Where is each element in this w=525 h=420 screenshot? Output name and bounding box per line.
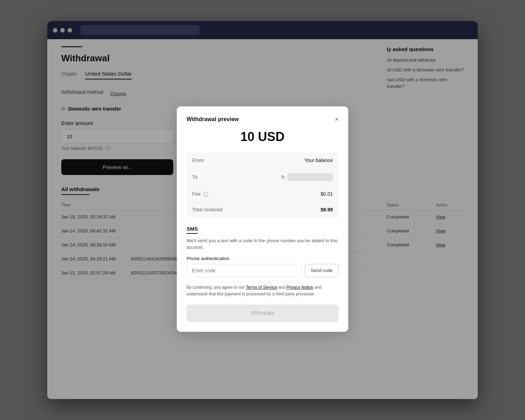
- detail-row-to: To ↻: [192, 168, 333, 186]
- detail-row-fee: Fee i $0.01: [192, 186, 333, 202]
- modal-overlay: Withdrawal preview × 10 USD From Your ba…: [47, 39, 478, 399]
- sms-section: SMS We'll send you a text with a code to…: [187, 226, 338, 277]
- modal-title: Withdrawal preview: [187, 116, 239, 122]
- terms-text: By continuing, you agree to our Terms of…: [187, 284, 338, 298]
- detail-row-total: Total received $9.99: [192, 202, 333, 217]
- modal-close-button[interactable]: ×: [335, 116, 338, 122]
- phone-auth-label: Phone authentication: [187, 256, 338, 261]
- traffic-light-yellow[interactable]: [60, 28, 65, 33]
- traffic-light-red[interactable]: [53, 28, 57, 33]
- code-input[interactable]: [187, 264, 302, 277]
- sms-underline: [187, 233, 198, 234]
- modal: Withdrawal preview × 10 USD From Your ba…: [177, 106, 348, 332]
- terms-of-service-link[interactable]: Terms of Service: [246, 285, 277, 290]
- fee-value: $0.01: [321, 191, 333, 197]
- modal-details: From Your balance To ↻ Fee: [187, 153, 338, 217]
- browser-titlebar: [47, 21, 478, 39]
- detail-row-from: From Your balance: [192, 153, 333, 168]
- sms-label: SMS: [187, 226, 338, 232]
- modal-header: Withdrawal preview ×: [187, 116, 338, 122]
- terms-before: By continuing, you agree to our: [187, 285, 246, 290]
- refresh-icon: ↻: [281, 174, 285, 180]
- traffic-light-green[interactable]: [68, 28, 72, 33]
- from-value: Your balance: [304, 158, 333, 163]
- total-value: $9.99: [321, 207, 333, 212]
- terms-middle: and: [277, 285, 287, 290]
- to-label: To: [192, 174, 197, 180]
- send-code-button[interactable]: Send code: [305, 264, 338, 277]
- fee-label: Fee i: [192, 191, 208, 197]
- code-input-row: Send code: [187, 264, 338, 277]
- fee-info-icon: i: [203, 192, 208, 197]
- total-label: Total received: [192, 207, 222, 212]
- url-bar[interactable]: [80, 25, 200, 35]
- to-row: ↻: [281, 173, 333, 181]
- from-label: From: [192, 158, 204, 163]
- withdraw-button[interactable]: Withdraw: [187, 304, 338, 322]
- to-input-placeholder: [287, 173, 333, 181]
- privacy-notice-link[interactable]: Privacy Notice: [286, 285, 313, 290]
- modal-amount: 10 USD: [187, 130, 338, 144]
- sms-description: We'll send you a text with a code to the…: [187, 237, 338, 251]
